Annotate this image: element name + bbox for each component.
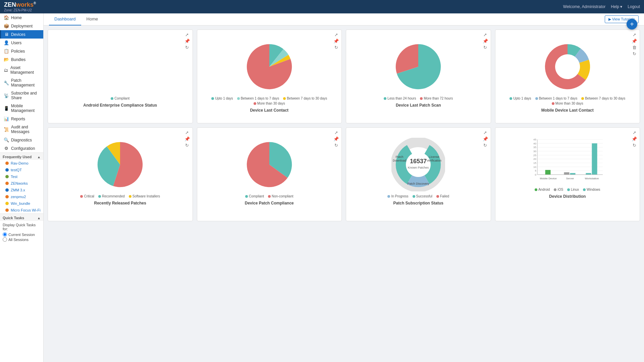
widget-actions: ➚ 📌 ↻: [333, 130, 339, 147]
widget-title: Device Last Patch Scan: [350, 103, 487, 108]
svg-rect-31: [570, 173, 575, 175]
svg-text:30: 30: [533, 150, 536, 153]
legend-item: More than 30 days: [254, 102, 285, 105]
bar-chart: 051015202530354045Mobile DeviceServerWor…: [529, 138, 606, 185]
widget-body: Upto 1 days Between 1 days to 7 days Bet…: [499, 33, 637, 105]
sidebar-item-policies[interactable]: 📋Policies: [0, 47, 43, 55]
frequently-used-collapse[interactable]: ▲: [37, 155, 41, 159]
expand-icon[interactable]: ➚: [185, 130, 189, 135]
help-link[interactable]: Help ▾: [611, 4, 622, 9]
widget-title: Mobile Device Last Contact: [499, 108, 637, 113]
legend-item: Software Installers: [129, 194, 160, 198]
legend-item: More than 30 days: [552, 102, 583, 105]
frequently-used-item[interactable]: Micro Focus Wi-Fi: [0, 207, 43, 214]
frequently-used-item[interactable]: testQT: [0, 167, 43, 173]
legend-dot: [583, 188, 586, 191]
sidebar-item-audit-and-messages[interactable]: 📜Audit and Messages: [0, 123, 43, 136]
tab-home[interactable]: Home: [81, 13, 104, 25]
widget-title: Android Enterprise Compliance Status: [51, 103, 189, 108]
expand-icon[interactable]: ➚: [185, 33, 189, 37]
refresh-icon[interactable]: ↻: [334, 143, 338, 147]
expand-icon[interactable]: ➚: [334, 33, 338, 37]
pin-icon[interactable]: 📌: [184, 137, 190, 141]
sidebar-icon: 🗂: [4, 68, 8, 73]
pin-icon[interactable]: 📌: [333, 39, 339, 43]
sidebar-label: Home: [11, 15, 22, 20]
sidebar-item-deployment[interactable]: 📦Deployment: [0, 22, 43, 30]
legend-dot: [554, 188, 556, 191]
sidebar-item-users[interactable]: 👤Users: [0, 39, 43, 47]
quick-tasks-header[interactable]: Quick Tasks ▲: [0, 214, 43, 221]
sidebar-item-mobile-management[interactable]: 📱Mobile Management: [0, 102, 43, 115]
legend-dot: [413, 195, 415, 198]
quick-tasks-label: Display Quick Tasks for:: [3, 223, 41, 231]
frequently-used-item[interactable]: Rav-Demo: [0, 160, 43, 167]
pin-icon[interactable]: 📌: [632, 137, 637, 141]
frequently-used-item[interactable]: zenpmu2: [0, 193, 43, 200]
legend-label: Upto 1 days: [215, 97, 233, 100]
all-sessions-radio[interactable]: All Sessions: [3, 237, 41, 242]
expand-icon[interactable]: ➚: [633, 130, 636, 135]
chart-container: 051015202530354045Mobile DeviceServerWor…: [529, 138, 606, 186]
sidebar-item-diagnostics[interactable]: 🔍Diagnostics: [0, 136, 43, 144]
chart-container: [243, 40, 296, 95]
legend-item: Compliant: [245, 194, 264, 198]
current-session-radio[interactable]: Current Session: [3, 232, 41, 237]
pin-icon[interactable]: 📌: [184, 39, 190, 43]
logout-link[interactable]: Logout: [628, 4, 640, 9]
refresh-icon[interactable]: ↻: [633, 143, 636, 147]
sidebar-item-configuration[interactable]: ⚙Configuration: [0, 144, 43, 153]
tab-dashboard[interactable]: Dashboard: [49, 13, 81, 25]
legend-item: Non-compliant: [268, 194, 293, 198]
frequently-used-item[interactable]: ZMM 3.x: [0, 187, 43, 193]
sidebar-item-subscribe-and-share[interactable]: 📡Subscribe and Share: [0, 89, 43, 102]
frequently-used-item[interactable]: ZENworks: [0, 180, 43, 187]
chart-container: Patch DownloadLicense VerificationPatch …: [391, 138, 445, 192]
expand-icon[interactable]: ➚: [483, 130, 487, 135]
frequently-used-item[interactable]: Test: [0, 173, 43, 180]
refresh-icon[interactable]: ↻: [334, 45, 338, 50]
sidebar-item-asset-management[interactable]: 🗂Asset Management: [0, 64, 43, 76]
logo-text: ZENworks®: [4, 1, 36, 8]
legend-item: Upto 1 days: [211, 97, 233, 100]
expand-icon[interactable]: ➚: [334, 130, 338, 135]
widget-actions: ➚ 📌 ↻: [184, 130, 190, 147]
delete-icon[interactable]: 🗑: [632, 45, 637, 50]
legend-label: More than 72 hours: [424, 97, 453, 100]
frequently-used-item[interactable]: Win_bundle: [0, 200, 43, 207]
expand-icon[interactable]: ➚: [633, 33, 636, 37]
sidebar-label: Reports: [11, 117, 25, 121]
sidebar-item-patch-management[interactable]: 🔧Patch Management: [0, 76, 43, 89]
pin-icon[interactable]: 📌: [632, 39, 637, 43]
sidebar-item-bundles[interactable]: 📂Bundles: [0, 55, 43, 64]
pin-icon[interactable]: 📌: [333, 137, 339, 141]
quick-tasks-collapse[interactable]: ▲: [37, 216, 41, 220]
refresh-icon[interactable]: ↻: [185, 45, 189, 50]
sidebar-icon: 👤: [4, 40, 9, 45]
legend-item: iOS: [554, 188, 563, 191]
item-label: testQT: [11, 168, 22, 172]
expand-icon[interactable]: ➚: [483, 33, 487, 37]
sidebar-item-home[interactable]: 🏠Home: [0, 13, 43, 22]
add-widget-button[interactable]: +: [627, 19, 637, 29]
pin-icon[interactable]: 📌: [483, 137, 488, 141]
pin-icon[interactable]: 📌: [483, 39, 488, 43]
sidebar-icon: ⚙: [4, 146, 9, 151]
refresh-icon[interactable]: ↻: [185, 143, 189, 147]
sidebar-item-devices[interactable]: 🖥Devices: [0, 30, 43, 39]
frequently-used-header[interactable]: Frequently Used ▲: [0, 153, 43, 160]
logo-area: ZENworks® Zone: ZEN-PM-U2: [4, 1, 36, 12]
refresh-icon[interactable]: ↻: [483, 45, 487, 50]
svg-text:Workstation: Workstation: [585, 177, 599, 180]
legend-dot: [80, 195, 83, 198]
sidebar-label: Asset Management: [10, 65, 41, 75]
sidebar-icon: 🔍: [4, 137, 9, 142]
sidebar-label: Deployment: [11, 24, 33, 28]
refresh-icon[interactable]: ↻: [483, 143, 487, 147]
refresh-icon[interactable]: ↻: [633, 52, 636, 56]
svg-rect-30: [564, 172, 569, 175]
sidebar-icon: 🏠: [4, 15, 9, 20]
sidebar-label: Devices: [11, 32, 25, 37]
legend-dot: [129, 195, 131, 198]
sidebar-item-reports[interactable]: 📊Reports: [0, 115, 43, 123]
